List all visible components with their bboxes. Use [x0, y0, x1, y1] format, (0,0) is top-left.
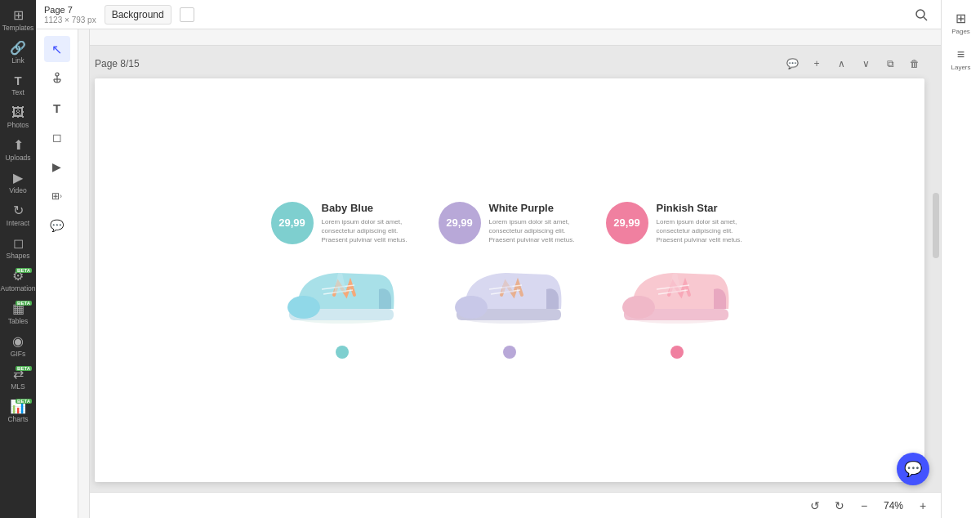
toolbar-video[interactable]: ▶ Video [2, 167, 34, 199]
text-icon: T [14, 74, 21, 87]
toolbar-charts[interactable]: BETA 📊 Charts [2, 396, 34, 427]
grid-tool[interactable]: ⊞› [44, 183, 70, 209]
toolbar-uploads[interactable]: ⬆ Uploads [2, 135, 34, 166]
zoom-in-button[interactable]: + [913, 496, 933, 516]
sneaker-info-baby-blue: Baby Blue Lorem ipsum dolor sit amet, co… [322, 202, 414, 245]
page-info: Page 7 [44, 5, 96, 15]
gifs-icon: ◉ [12, 335, 24, 348]
canvas-area[interactable]: Page 8/15 💬 + ∧ ∨ ⧉ 🗑 [78, 29, 941, 518]
automation-label: Automation [1, 284, 36, 292]
interact-label: Interact [7, 219, 29, 227]
toolbar-photos[interactable]: 🖼 Photos [2, 102, 34, 133]
shape-tool[interactable]: ◻ [44, 124, 70, 150]
undo-button[interactable]: ↺ [805, 496, 825, 516]
toolbar-gifs[interactable]: ◉ GIFs [2, 331, 34, 362]
main-area: Page 7 1123 × 793 px Background ↖ [36, 0, 941, 518]
anchor-tool[interactable] [44, 65, 70, 92]
zoom-out-button[interactable]: − [854, 496, 874, 516]
background-tab[interactable]: Background [105, 5, 172, 25]
right-panel: ⊞ Pages ≡ Layers [941, 0, 980, 518]
svg-point-2 [56, 73, 59, 76]
templates-icon: ⊞ [13, 9, 24, 22]
sneaker-img-pinkish-star [612, 254, 742, 336]
sneaker-grid: 29,99 Baby Blue Lorem ipsum dolor sit am… [255, 185, 765, 376]
mls-label: MLS [11, 382, 24, 391]
sneaker-card-baby-blue: 29,99 Baby Blue Lorem ipsum dolor sit am… [271, 202, 414, 359]
horizontal-ruler [90, 29, 941, 46]
redo-button[interactable]: ↻ [830, 496, 849, 516]
toolbar-automation[interactable]: BETA ⚙ Automation [2, 266, 34, 297]
chat-bubble-button[interactable]: 💬 [897, 453, 929, 485]
tables-label: Tables [8, 317, 29, 325]
sneaker-card-white-purple: 29,99 White Purple Lorem ipsum dolor sit… [439, 202, 581, 359]
price-baby-blue: 29,99 [278, 217, 305, 229]
page-add-btn[interactable]: + [807, 54, 826, 74]
video-icon: ▶ [13, 172, 23, 185]
shapes-label: Shapes [7, 252, 30, 260]
price-pinkish-star: 29,99 [613, 217, 640, 229]
sneaker-info-white-purple: White Purple Lorem ipsum dolor sit amet,… [489, 202, 581, 245]
scroll-handle[interactable] [933, 193, 939, 258]
text-tool[interactable]: T [44, 95, 70, 121]
photos-label: Photos [7, 121, 29, 129]
media-tool[interactable]: ▶ [44, 154, 70, 180]
sneaker-dot-pinkish-star [670, 346, 684, 359]
link-icon: 🔗 [10, 42, 26, 55]
sneaker-img-white-purple [444, 254, 575, 336]
toolbar-mls[interactable]: BETA ⇄ MLS [2, 364, 34, 395]
toolbar-text[interactable]: T Text [2, 70, 34, 100]
svg-line-1 [924, 17, 927, 20]
charts-label: Charts [7, 415, 28, 423]
toolbar-templates[interactable]: ⊞ Templates [2, 5, 34, 36]
page-up-btn[interactable]: ∧ [831, 54, 851, 74]
page-header-actions: 💬 + ∧ ∨ ⧉ 🗑 [782, 54, 924, 74]
comment-tool[interactable]: 💬 [44, 212, 70, 239]
select-tool[interactable]: ↖ [44, 36, 70, 62]
vertical-ruler [78, 29, 90, 518]
toolbar-link[interactable]: 🔗 Link [2, 38, 34, 69]
gifs-label: GIFs [11, 350, 25, 358]
undo-icon: ↺ [810, 499, 820, 512]
pages-button[interactable]: ⊞ Pages [947, 8, 976, 38]
sneaker-dot-white-purple [503, 346, 516, 359]
layers-icon: ≡ [957, 47, 964, 62]
layers-label: Layers [951, 64, 970, 71]
sneaker-card-pinkish-star: 29,99 Pinkish Star Lorem ipsum dolor sit… [606, 202, 749, 359]
price-circle-baby-blue: 29,99 [271, 202, 314, 244]
sneaker-dot-baby-blue [336, 346, 349, 359]
sneaker-header-pinkish-star: 29,99 Pinkish Star Lorem ipsum dolor sit… [606, 202, 749, 245]
price-circle-white-purple: 29,99 [439, 202, 481, 244]
page-duplicate-btn[interactable]: ⧉ [880, 54, 900, 74]
page-down-btn[interactable]: ∨ [856, 54, 875, 74]
toolbar-interact[interactable]: ↻ Interact [2, 200, 34, 231]
search-icon [914, 7, 929, 22]
sneaker-header-white-purple: 29,99 White Purple Lorem ipsum dolor sit… [439, 202, 581, 245]
sneaker-desc-baby-blue: Lorem ipsum dolor sit amet, consectetur … [322, 217, 414, 245]
zoom-level: 74% [879, 500, 908, 511]
search-button[interactable] [910, 3, 933, 26]
toolbar-shapes[interactable]: ◻ Shapes [2, 233, 34, 264]
price-circle-pinkish-star: 29,99 [606, 202, 648, 244]
shoe-svg-pinkish-star [616, 258, 738, 332]
pages-label: Pages [951, 28, 970, 35]
top-bar: Page 7 1123 × 793 px Background [36, 0, 941, 29]
sneaker-name-white-purple: White Purple [489, 202, 581, 214]
left-toolbar: ⊞ Templates 🔗 Link T Text 🖼 Photos ⬆ Upl… [0, 0, 36, 518]
sneaker-desc-white-purple: Lorem ipsum dolor sit amet, consectetur … [489, 217, 581, 245]
page-number: Page 8/15 [95, 58, 140, 69]
svg-point-17 [622, 296, 655, 319]
background-color-swatch[interactable] [180, 7, 194, 22]
bottom-bar: ↺ ↻ − 74% + [78, 492, 941, 518]
pages-icon: ⊞ [956, 11, 966, 26]
layers-button[interactable]: ≡ Layers [947, 44, 976, 74]
page-document: 29,99 Baby Blue Lorem ipsum dolor sit am… [95, 78, 924, 482]
sneaker-info-pinkish-star: Pinkish Star Lorem ipsum dolor sit amet,… [657, 202, 749, 245]
interact-icon: ↻ [13, 204, 24, 217]
sneaker-desc-pinkish-star: Lorem ipsum dolor sit amet, consectetur … [657, 217, 749, 245]
toolbar-tables[interactable]: BETA ▦ Tables [2, 298, 34, 329]
page-delete-btn[interactable]: 🗑 [905, 54, 924, 74]
sneaker-name-pinkish-star: Pinkish Star [657, 202, 749, 214]
page-dims: 1123 × 793 px [44, 16, 96, 25]
sneaker-name-baby-blue: Baby Blue [322, 202, 414, 214]
page-comment-btn[interactable]: 💬 [782, 54, 802, 74]
